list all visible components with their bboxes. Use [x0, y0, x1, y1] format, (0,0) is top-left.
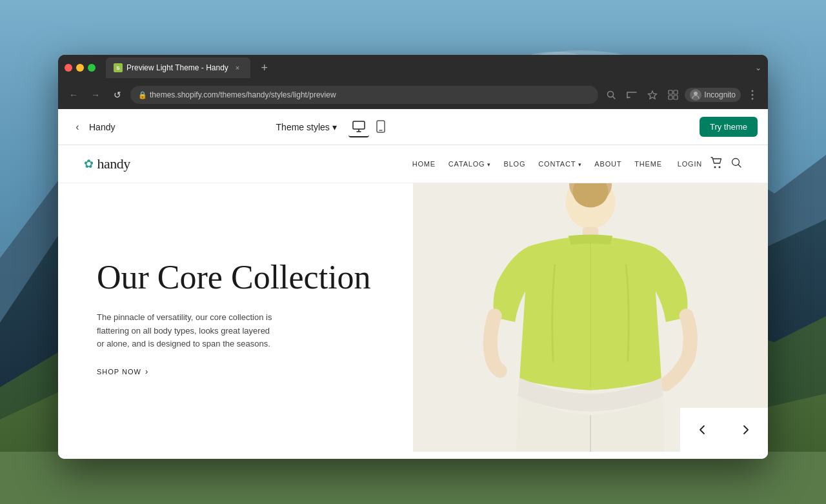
tab-favicon: S	[114, 63, 123, 72]
browser-menu-button[interactable]	[743, 86, 761, 104]
svg-rect-17	[674, 90, 678, 94]
svg-point-14	[627, 97, 629, 99]
hero-section: Our Core Collection The pinnacle of vers…	[58, 183, 768, 452]
browser-actions: Incognito	[602, 86, 761, 104]
hero-description: The pinnacle of versatility, our core co…	[97, 311, 277, 351]
nav-about[interactable]: ABOUT	[594, 160, 621, 168]
theme-styles-label: Theme styles	[276, 122, 330, 132]
svg-rect-18	[669, 96, 672, 99]
desktop-view-button[interactable]	[348, 117, 369, 137]
svg-point-23	[752, 98, 754, 100]
nav-theme[interactable]: THEME	[634, 160, 662, 168]
cart-icon[interactable]	[710, 156, 723, 172]
svg-line-13	[613, 97, 616, 99]
svg-rect-16	[669, 90, 672, 94]
tab-bar: S Preview Light Theme - Handy × + ⌄	[58, 55, 768, 81]
svg-point-29	[714, 166, 716, 168]
svg-point-21	[752, 90, 754, 92]
back-button[interactable]: ‹	[68, 118, 86, 136]
search-icon[interactable]	[730, 157, 742, 171]
carousel-controls	[680, 408, 768, 452]
shop-now-arrow-icon: ›	[145, 367, 148, 376]
star-icon[interactable]	[643, 86, 661, 104]
mobile-view-button[interactable]	[370, 117, 391, 137]
nav-contact[interactable]: CONTACT	[538, 160, 581, 168]
site-nav-actions: LOGIN	[678, 156, 742, 172]
nav-catalog[interactable]: CATALOG	[448, 160, 491, 168]
device-toggle-buttons	[348, 117, 391, 137]
shop-now-label: SHOP NOW	[97, 368, 141, 376]
address-bar: ← → ↺ 🔒 themes.shopify.com/themes/handy/…	[58, 81, 768, 109]
incognito-badge[interactable]: Incognito	[685, 88, 741, 102]
logo-text: handy	[97, 156, 130, 172]
nav-home[interactable]: HOME	[412, 160, 436, 168]
maximize-button[interactable]	[88, 64, 96, 72]
svg-point-22	[752, 94, 754, 96]
header-center-controls: Theme styles ▾	[270, 117, 391, 137]
browser-window: S Preview Light Theme - Handy × + ⌄ ← → …	[58, 55, 768, 459]
site-nav-links: HOME CATALOG BLOG CONTACT ABOUT THEME	[412, 160, 662, 168]
cast-icon[interactable]	[623, 86, 641, 104]
shop-now-link[interactable]: SHOP NOW ›	[97, 367, 374, 376]
tab-close-button[interactable]: ×	[232, 63, 243, 73]
theme-styles-chevron-icon: ▾	[332, 122, 337, 132]
tab-chevron-icon[interactable]: ⌄	[755, 63, 761, 72]
website-preview: ✿ handy HOME CATALOG BLOG CONTACT ABOUT …	[58, 145, 768, 459]
browser-tab[interactable]: S Preview Light Theme - Handy ×	[106, 57, 250, 78]
address-input[interactable]: 🔒 themes.shopify.com/themes/handy/styles…	[130, 86, 598, 104]
svg-marker-15	[649, 91, 657, 99]
hero-image	[413, 183, 768, 452]
extensions-icon[interactable]	[664, 86, 682, 104]
svg-rect-19	[674, 96, 678, 99]
address-url-text: themes.shopify.com/themes/handy/styles/l…	[150, 90, 336, 99]
carousel-next-button[interactable]	[724, 408, 768, 452]
carousel-prev-button[interactable]	[680, 408, 724, 452]
new-tab-button[interactable]: +	[256, 59, 274, 77]
theme-name-label: Handy	[89, 122, 115, 132]
browser-chrome: S Preview Light Theme - Handy × + ⌄ ← → …	[58, 55, 768, 109]
minimize-button[interactable]	[76, 64, 84, 72]
hero-text: Our Core Collection The pinnacle of vers…	[58, 183, 413, 452]
theme-styles-button[interactable]: Theme styles ▾	[270, 118, 343, 136]
try-theme-button[interactable]: Try theme	[700, 117, 758, 137]
hero-title: Our Core Collection	[97, 259, 374, 296]
lock-icon: 🔒	[138, 91, 147, 99]
incognito-avatar-icon	[690, 89, 701, 101]
tab-title: Preview Light Theme - Handy	[126, 63, 228, 72]
reload-nav-button[interactable]: ↺	[108, 86, 126, 104]
window-controls	[65, 64, 96, 72]
svg-rect-24	[353, 121, 365, 129]
logo-icon: ✿	[84, 157, 94, 171]
svg-point-20	[694, 92, 698, 96]
browser-search-button[interactable]	[602, 86, 620, 104]
svg-point-30	[719, 166, 721, 168]
login-link[interactable]: LOGIN	[678, 160, 702, 168]
close-button[interactable]	[65, 64, 72, 72]
site-nav: ✿ handy HOME CATALOG BLOG CONTACT ABOUT …	[58, 145, 768, 183]
svg-rect-5	[0, 452, 826, 504]
forward-nav-button[interactable]: →	[86, 86, 105, 104]
theme-editor-header: ‹ Handy Theme styles ▾	[58, 109, 768, 145]
back-nav-button[interactable]: ←	[65, 86, 83, 104]
site-logo[interactable]: ✿ handy	[84, 156, 130, 172]
nav-blog[interactable]: BLOG	[504, 160, 526, 168]
svg-line-32	[738, 165, 741, 167]
incognito-label: Incognito	[704, 90, 736, 99]
